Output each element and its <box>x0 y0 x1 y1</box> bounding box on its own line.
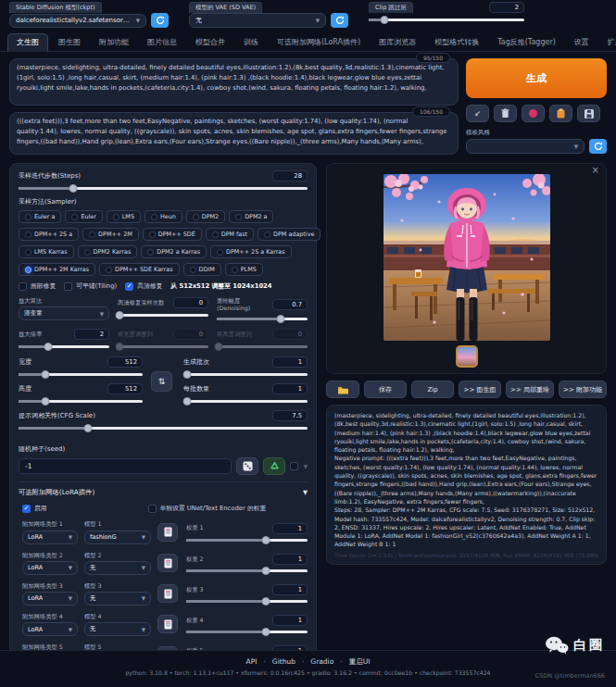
tab[interactable]: 训练 <box>235 34 267 51</box>
sampler-option[interactable]: PLMS <box>225 263 263 276</box>
slider-handle[interactable] <box>83 424 92 432</box>
sampler-option[interactable]: DDIM <box>183 263 221 276</box>
sampler-option[interactable]: DPM++ 2S a <box>19 228 79 241</box>
slider-handle[interactable] <box>183 397 192 406</box>
denoising-slider[interactable] <box>217 315 308 323</box>
addnet-weight-input[interactable]: 1 <box>272 554 308 565</box>
addnet-type-select[interactable]: LoRA▼ <box>22 531 78 544</box>
hires-steps-slider[interactable] <box>118 311 208 319</box>
steps-input[interactable]: 28 <box>272 170 308 181</box>
seed-input[interactable] <box>19 458 232 474</box>
slider-handle[interactable] <box>262 628 270 636</box>
model-info-button[interactable] <box>157 523 178 542</box>
addnet-weight-slider[interactable] <box>186 567 308 575</box>
sampler-option[interactable]: Heun <box>145 210 182 223</box>
output-action-button[interactable]: >> 附加功能 <box>559 381 607 398</box>
vae-select[interactable]: 无 ▼ <box>189 13 326 28</box>
width-slider[interactable] <box>19 370 143 379</box>
slider-handle[interactable] <box>42 370 50 379</box>
checkpoint-refresh-button[interactable] <box>151 13 169 28</box>
tab[interactable]: 扩展 <box>599 34 616 51</box>
negative-prompt-input[interactable]: (((extra feet))),3 feet,more than two fe… <box>17 117 451 146</box>
sampler-option[interactable]: DPM adaptive <box>258 228 321 241</box>
extra-seed-checkbox[interactable] <box>290 462 298 470</box>
tab[interactable]: 附加功能 <box>91 34 137 51</box>
slider-handle[interactable] <box>276 315 284 323</box>
save-style-button[interactable] <box>577 105 600 122</box>
sampler-option[interactable]: LMS <box>107 210 141 223</box>
addnet-weight-input[interactable]: 1 <box>272 615 308 626</box>
paste-params-button[interactable]: ↙ <box>466 105 489 122</box>
tab[interactable]: 模型合并 <box>187 34 233 51</box>
face-restore-checkbox[interactable]: 面部修复 <box>19 281 56 291</box>
footer-link[interactable]: Gradio <box>295 657 333 667</box>
clip-skip-input[interactable]: 2 <box>489 2 524 13</box>
model-info-button[interactable] <box>157 554 178 572</box>
vae-refresh-button[interactable] <box>331 13 348 28</box>
gallery-thumbnail[interactable] <box>456 345 478 368</box>
tab[interactable]: 可选附加网络(LoRA插件) <box>269 34 369 51</box>
sampler-option[interactable]: DPM2 a <box>229 210 273 223</box>
checkpoint-select[interactable]: dalceforealistictallyv2.safetensors [733… <box>9 14 146 28</box>
tab[interactable]: 文生图 <box>7 33 48 52</box>
slider-handle[interactable] <box>69 184 78 193</box>
hires-fix-checkbox[interactable]: ✓高清修复 <box>125 281 162 291</box>
sampler-option[interactable]: DPM fast <box>206 228 254 241</box>
open-folder-button[interactable] <box>326 381 359 398</box>
slider-handle[interactable] <box>44 343 53 351</box>
generate-button[interactable]: 生成 <box>466 58 607 98</box>
height-input[interactable]: 512 <box>107 383 143 394</box>
sampler-option[interactable]: DPM2 a Karras <box>141 245 207 258</box>
sampler-option[interactable]: Euler a <box>19 210 61 223</box>
tab[interactable]: Tag反推(Tagger) <box>489 34 564 51</box>
addnet-weight-slider[interactable] <box>186 536 308 544</box>
footer-link[interactable]: 重启UI <box>333 657 370 667</box>
tab[interactable]: 图生图 <box>50 34 89 51</box>
sampler-option[interactable]: Euler <box>65 210 102 223</box>
hires-steps-input[interactable]: 0 <box>173 297 208 308</box>
sampler-option[interactable]: DPM++ 2S a Karras <box>210 245 292 258</box>
addnet-model-select[interactable]: 无▼ <box>84 561 151 575</box>
addnet-enable-checkbox[interactable]: ✓启用 <box>22 504 148 513</box>
slider-handle[interactable] <box>262 536 270 544</box>
sampler-option[interactable]: DPM2 <box>186 210 225 223</box>
cfg-input[interactable]: 7.5 <box>272 410 308 421</box>
apply-style-button[interactable] <box>549 105 572 122</box>
height-slider[interactable] <box>19 397 143 406</box>
clear-prompt-button[interactable] <box>494 105 517 122</box>
width-input[interactable]: 512 <box>107 356 143 368</box>
styles-refresh-button[interactable] <box>589 139 607 154</box>
batch-size-input[interactable]: 1 <box>272 383 308 394</box>
slider-handle[interactable] <box>380 16 388 24</box>
addnet-model-select[interactable]: 无▼ <box>84 592 151 606</box>
addnet-accordion-header[interactable]: 可选附加网络(LoRA插件) ▼ <box>19 488 308 497</box>
addnet-model-select[interactable]: 无▼ <box>84 622 151 636</box>
styles-select[interactable]: ▼ <box>466 139 585 154</box>
addnet-separate-weights-checkbox[interactable]: 单独设置 UNet/Text Encoder 的权重 <box>148 504 267 513</box>
addnet-weight-slider[interactable] <box>186 597 308 606</box>
model-info-button[interactable] <box>157 615 178 633</box>
addnet-weight-slider[interactable] <box>186 628 308 636</box>
addnet-weight-input[interactable]: 1 <box>272 523 308 534</box>
batch-count-input[interactable]: 1 <box>272 356 308 368</box>
reuse-seed-button[interactable] <box>263 457 285 475</box>
slider-handle[interactable] <box>115 311 123 319</box>
upscale-by-input[interactable]: 2 <box>74 329 109 340</box>
cfg-slider[interactable] <box>19 424 308 432</box>
extra-networks-button[interactable] <box>522 105 545 122</box>
random-seed-button[interactable] <box>236 457 258 475</box>
denoising-input[interactable]: 0.7 <box>272 299 308 310</box>
batch-size-slider[interactable] <box>183 397 308 406</box>
addnet-weight-input[interactable]: 1 <box>272 584 308 595</box>
close-icon[interactable]: × <box>592 165 599 175</box>
prompt-input[interactable]: (masterpiece, sidelighting, ultra-detail… <box>17 63 451 97</box>
slider-handle[interactable] <box>262 597 270 606</box>
output-action-button[interactable]: 保存 <box>364 381 407 398</box>
slider-handle[interactable] <box>183 370 192 379</box>
tab[interactable]: 设置 <box>566 34 597 51</box>
slider-handle[interactable] <box>262 567 270 575</box>
swap-dimensions-button[interactable]: ⇅ <box>151 371 172 392</box>
tab[interactable]: 模型格式转换 <box>426 34 487 51</box>
sampler-option[interactable]: LMS Karras <box>19 245 74 258</box>
clip-skip-slider[interactable] <box>369 16 524 24</box>
